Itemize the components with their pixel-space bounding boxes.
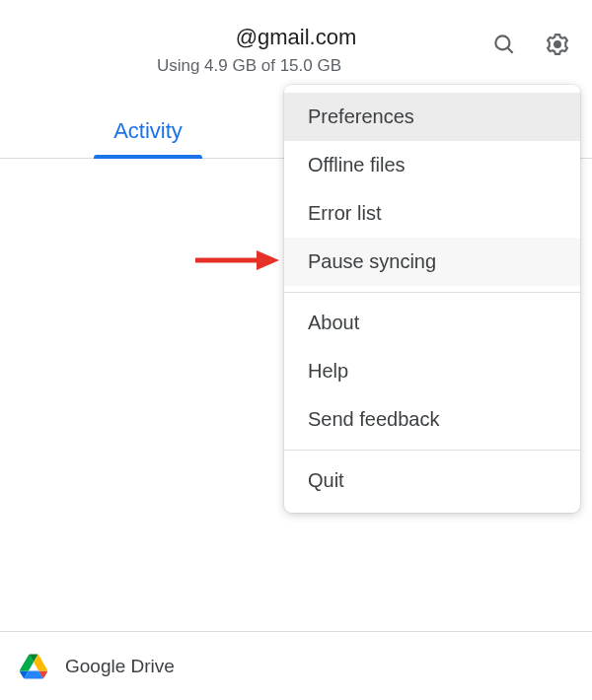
- settings-button[interactable]: [543, 30, 572, 59]
- menu-help[interactable]: Help: [284, 347, 580, 395]
- storage-usage: Using 4.9 GB of 15.0 GB: [0, 56, 572, 76]
- search-icon: [491, 32, 517, 57]
- menu-preferences[interactable]: Preferences: [284, 93, 580, 141]
- svg-point-0: [495, 35, 509, 49]
- svg-line-1: [507, 47, 512, 52]
- menu-error-list[interactable]: Error list: [284, 189, 580, 238]
- menu-divider: [284, 450, 580, 451]
- header: @gmail.com Using 4.9 GB of 15.0 GB: [0, 0, 592, 81]
- svg-point-2: [555, 41, 560, 47]
- menu-about[interactable]: About: [284, 299, 580, 347]
- footer-app-name: Google Drive: [65, 656, 175, 677]
- header-actions: [489, 30, 572, 59]
- tab-label: Activity: [113, 118, 183, 143]
- menu-offline-files[interactable]: Offline files: [284, 141, 580, 189]
- drive-logo-icon: [20, 653, 47, 680]
- footer: Google Drive: [0, 631, 592, 700]
- annotation-arrow-icon: [195, 248, 279, 272]
- gear-icon: [544, 31, 571, 58]
- menu-pause-syncing[interactable]: Pause syncing: [284, 238, 580, 286]
- menu-divider: [284, 292, 580, 293]
- svg-marker-4: [257, 250, 279, 270]
- search-button[interactable]: [489, 30, 519, 59]
- tab-activity[interactable]: Activity: [0, 118, 296, 158]
- settings-menu: Preferences Offline files Error list Pau…: [284, 85, 580, 513]
- menu-send-feedback[interactable]: Send feedback: [284, 395, 580, 444]
- menu-quit[interactable]: Quit: [284, 456, 580, 505]
